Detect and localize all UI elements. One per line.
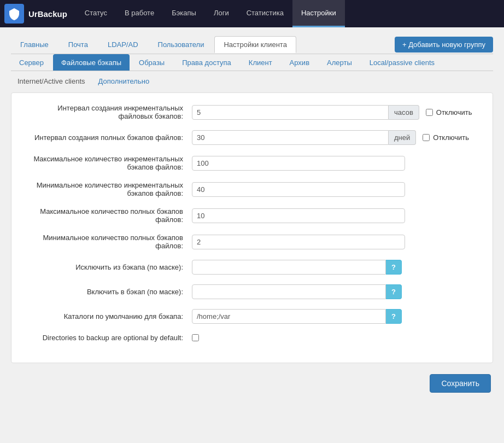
settings-tab-row-1: Главные Почта LDAP/AD Пользователи Настр… [11,36,493,53]
form-row-max-incremental: Максимальное количество инкрементальных … [28,155,476,171]
exclude-mask-input-group: ? [192,260,402,275]
default-dirs-input-group: ? [192,309,402,324]
max-incremental-input[interactable] [192,156,405,171]
settings-panel: Интервал создания инкрементальных файлов… [11,92,493,363]
footer-bar: Сохранить [11,374,493,393]
label-full-interval: Интервал создания полных бэкапов файлов: [28,133,192,142]
full-interval-input[interactable] [192,130,389,145]
unit-days: дней [389,130,416,145]
form-row-full-interval: Интервал создания полных бэкапов файлов:… [28,130,476,145]
label-min-full: Минимальное количество полных бэкапов фа… [28,234,192,250]
min-incremental-input[interactable] [192,182,405,197]
max-full-input[interactable] [192,208,405,223]
label-default-dirs: Каталоги по умолчанию для бэкапа: [28,312,192,320]
disable-incremental-checkbox[interactable] [426,109,433,116]
tab-file-backups[interactable]: Файловые бэкапы [53,54,130,71]
nav-item-backups[interactable]: Бэкапы [163,0,205,27]
exclude-mask-help-button[interactable]: ? [386,260,402,275]
nav-item-settings[interactable]: Настройки [292,0,345,27]
form-row-optional-dirs: Directories to backup are optional by de… [28,334,476,342]
tab-main[interactable]: Главные [11,36,58,53]
disable-full-check[interactable]: Отключить [423,133,469,142]
incremental-interval-input-group: часов [192,105,419,120]
include-mask-input[interactable] [192,284,386,299]
label-optional-dirs: Directories to backup are optional by de… [28,334,192,342]
form-row-min-full: Минимальное количество полных бэкапов фа… [28,234,476,250]
disable-incremental-label: Отключить [436,108,472,116]
label-incremental-interval: Интервал создания инкрементальных файлов… [28,104,192,120]
full-interval-input-group: дней [192,130,416,145]
tab-client-settings[interactable]: Настройки клиента [214,36,296,53]
settings-tab-row-2: Сервер Файловые бэкапы Образы Права дост… [11,54,493,71]
include-mask-help-button[interactable]: ? [386,284,402,299]
logo-text: UrBackup [28,9,67,19]
form-row-max-full: Максимальное количество полных бэкапов ф… [28,207,476,224]
top-navigation: UrBackup Статус В работе Бэкапы Логи Ста… [0,0,504,27]
label-max-incremental: Максимальное количество инкрементальных … [28,155,192,171]
label-max-full: Максимальное количество полных бэкапов ф… [28,207,192,224]
form-row-exclude-mask: Исключить из бэкапа (по маске): ? [28,260,476,275]
disable-incremental-check[interactable]: Отключить [426,108,472,116]
form-row-min-incremental: Минимальное количество инкрементальных б… [28,181,476,197]
settings-tabs-primary: Главные Почта LDAP/AD Пользователи Настр… [11,36,297,53]
logo-icon [4,4,24,24]
incremental-interval-input[interactable] [192,105,389,120]
nav-items: Статус В работе Бэкапы Логи Статистика Н… [76,0,345,27]
nav-item-status[interactable]: Статус [76,0,116,27]
unit-hours: часов [389,105,419,120]
disable-full-checkbox[interactable] [423,134,430,141]
tab-images[interactable]: Образы [131,54,173,71]
label-min-incremental: Минимальное количество инкрементальных б… [28,181,192,197]
tab-client[interactable]: Клиент [241,54,280,71]
save-button[interactable]: Сохранить [430,374,491,393]
tab-local-passive[interactable]: Local/passive clients [361,54,443,71]
exclude-mask-input[interactable] [192,260,386,275]
default-dirs-input[interactable] [192,309,386,324]
min-full-input[interactable] [192,235,405,249]
nav-item-stats[interactable]: Статистика [238,0,292,27]
label-include-mask: Включить в бэкап (по маске): [28,288,192,296]
nav-item-in-progress[interactable]: В работе [116,0,163,27]
tab-server[interactable]: Сервер [11,54,52,71]
nav-item-logs[interactable]: Логи [205,0,238,27]
tab-users[interactable]: Пользователи [149,36,214,53]
tab-archive[interactable]: Архив [282,54,318,71]
form-row-default-dirs: Каталоги по умолчанию для бэкапа: ? [28,309,476,324]
default-dirs-help-button[interactable]: ? [386,309,402,324]
main-content: Главные Почта LDAP/AD Пользователи Настр… [0,27,504,401]
disable-full-label: Отключить [433,133,469,142]
tab-access-rights[interactable]: Права доступа [174,54,239,71]
form-row-include-mask: Включить в бэкап (по маске): ? [28,284,476,299]
label-exclude-mask: Исключить из бэкапа (по маске): [28,263,192,271]
add-group-button[interactable]: + Добавить новую группу [395,37,493,53]
tab-additional[interactable]: Дополнительно [92,74,156,88]
app-logo: UrBackup [4,4,67,24]
optional-dirs-checkbox[interactable] [192,334,199,341]
tab-alerts[interactable]: Алерты [319,54,360,71]
tab-internet-active[interactable]: Internet/Active clients [11,74,92,88]
tab-ldap[interactable]: LDAP/AD [98,36,148,53]
tab-mail[interactable]: Почта [59,36,97,53]
settings-tab-row-3: Internet/Active clients Дополнительно [11,71,493,88]
form-row-incremental-interval: Интервал создания инкрементальных файлов… [28,104,476,120]
include-mask-input-group: ? [192,284,402,299]
